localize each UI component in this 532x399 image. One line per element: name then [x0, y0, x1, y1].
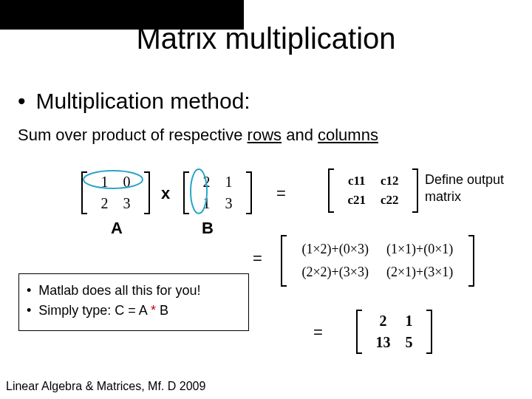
cell: 1 — [217, 171, 239, 193]
bracket-left — [281, 235, 287, 287]
bracket-right — [246, 171, 252, 214]
cell: (2×2)+(3×3) — [293, 261, 377, 284]
cell: c11 — [340, 171, 373, 191]
bracket-right — [412, 168, 418, 213]
note-simply-type: •Simply type: C = A * B — [27, 303, 241, 318]
note-matlab: •Matlab does all this for you! — [27, 283, 241, 299]
bracket-right — [468, 235, 474, 287]
bracket-right — [144, 171, 150, 214]
note-text: Matlab does all this for you! — [38, 283, 200, 298]
multiply-symbol: x — [161, 184, 170, 203]
bracket-right — [426, 310, 432, 354]
subtext-columns: columns — [318, 126, 378, 144]
cell: 3 — [217, 193, 239, 214]
label-b: B — [202, 219, 214, 238]
matrix-c-cells: c11c12 c21c22 — [337, 170, 409, 211]
cell: 1 — [93, 171, 115, 193]
note-text: B — [156, 303, 168, 318]
equals-1: = — [276, 184, 286, 203]
matrix-result-cells: 21 135 — [365, 309, 423, 355]
cell: 2 — [195, 171, 217, 193]
matrix-expanded-cells: (1×2)+(0×3)(1×1)+(0×1) (2×2)+(3×3)(2×1)+… — [290, 236, 465, 285]
cell: c12 — [373, 171, 406, 191]
cell: 13 — [368, 332, 398, 353]
cell: 3 — [115, 193, 137, 214]
bullet-multiplication-method: •Multiplication method: — [18, 89, 250, 114]
cell: c22 — [373, 191, 406, 210]
define-line1: Define output — [425, 171, 504, 188]
label-a: A — [111, 219, 123, 238]
cell: 1 — [195, 193, 217, 214]
equals-3: = — [313, 323, 323, 342]
matrix-expanded: (1×2)+(0×3)(1×1)+(0×1) (2×2)+(3×3)(2×1)+… — [281, 235, 474, 287]
subtext-sum-over: Sum over product of respective rows and … — [18, 126, 378, 145]
define-line2: matrix — [425, 188, 504, 205]
cell: 0 — [115, 171, 137, 193]
bullet-text: Multiplication method: — [36, 89, 250, 113]
cell: 1 — [398, 310, 420, 332]
subtext-rows: rows — [248, 126, 282, 144]
equals-2: = — [253, 249, 262, 268]
bracket-left — [328, 168, 334, 213]
notes-box: •Matlab does all this for you! •Simply t… — [18, 273, 249, 331]
cell: 5 — [398, 332, 420, 353]
bracket-left — [81, 171, 87, 214]
matrix-c-symbolic: c11c12 c21c22 — [328, 168, 418, 213]
matrix-a-cells: 10 23 — [90, 170, 140, 216]
bullet-dot: • — [18, 89, 26, 113]
star-operator: * — [151, 303, 156, 318]
matrix-b-cells: 21 13 — [192, 170, 242, 216]
cell: (1×2)+(0×3) — [293, 238, 377, 261]
subtext-part: and — [282, 126, 318, 144]
cell: 2 — [93, 193, 115, 214]
note-text: Simply type: C = A — [38, 303, 151, 318]
matrix-b: 21 13 — [183, 170, 252, 216]
matrix-a: 10 23 — [81, 170, 150, 216]
footer-text: Linear Algebra & Matrices, Mf. D 2009 — [6, 380, 205, 393]
matrix-result: 21 135 — [356, 309, 432, 355]
bullet-dot: • — [27, 303, 31, 318]
bracket-left — [356, 310, 362, 354]
bullet-dot: • — [27, 283, 31, 298]
cell: (1×1)+(0×1) — [378, 238, 462, 261]
slide-title: Matrix multiplication — [0, 22, 532, 55]
cell: 2 — [368, 310, 398, 332]
cell: c21 — [340, 191, 373, 210]
define-output-label: Define output matrix — [425, 171, 504, 206]
bracket-left — [183, 171, 189, 214]
subtext-part: Sum over product of respective — [18, 126, 248, 144]
cell: (2×1)+(3×1) — [378, 261, 462, 284]
